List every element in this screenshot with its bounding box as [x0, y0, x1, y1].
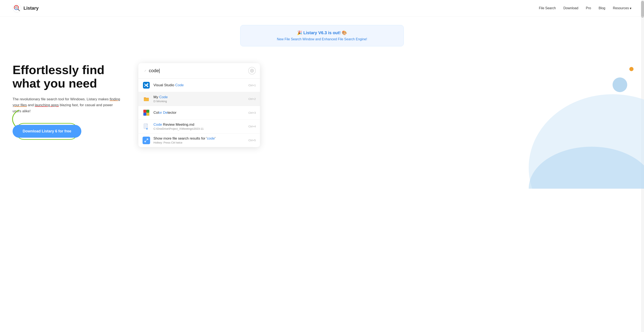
svg-point-8 — [252, 70, 252, 71]
show-more-info: Show more file search results for 'code'… — [154, 136, 248, 144]
show-more-results[interactable]: Show more file search results for 'code'… — [138, 133, 260, 147]
svg-rect-13 — [144, 113, 146, 116]
show-more-title: Show more file search results for 'code' — [154, 136, 248, 141]
expand-icon[interactable]: ⤢ — [144, 69, 146, 72]
colordetector-icon — [142, 109, 150, 117]
announcement-link[interactable]: New File Search Window and Enhanced File… — [277, 37, 367, 41]
svg-rect-11 — [144, 110, 146, 113]
result-codereview-path: C:\OneDrive\Project_X\Meetings\2023-11 — [154, 127, 248, 130]
result-mycode-path: D:\Working — [154, 100, 248, 103]
nav-resources[interactable]: Resources ▾ — [613, 6, 632, 10]
show-more-subtitle: Hotkey: Press Ctrl twice — [154, 141, 248, 144]
hero-section: 🎉 Listary V6.3 is out! 🎨 New File Search… — [0, 17, 644, 189]
result-codereview-info: Code Review Meeting.md C:\OneDrive\Proje… — [154, 123, 248, 130]
vscode-icon — [142, 81, 150, 89]
result-codereview[interactable]: Code Review Meeting.md C:\OneDrive\Proje… — [138, 120, 260, 133]
result-colordetector-info: Color Detector — [154, 111, 248, 115]
hero-title: Effortlessly find what you need — [12, 63, 122, 90]
show-more-icon — [142, 137, 150, 144]
hero-content: Effortlessly find what you need The revo… — [12, 59, 285, 147]
nav-download[interactable]: Download — [563, 6, 578, 10]
text-cursor — [159, 69, 160, 73]
logo-icon — [12, 4, 22, 13]
result-mycode[interactable]: My Code D:\Working Ctrl+2 — [138, 92, 260, 106]
logo[interactable]: Listary — [12, 4, 38, 13]
result-vscode-name: Visual Studio Code — [154, 83, 248, 87]
nav-pro[interactable]: Pro — [586, 6, 591, 10]
folder-icon — [142, 95, 150, 103]
result-colordetector-shortcut: Ctrl+3 — [248, 111, 256, 114]
navbar: Listary File Search Download Pro Blog Re… — [0, 0, 644, 17]
cta-group: Download Listary 6 for free — [12, 125, 81, 138]
nav-file-search[interactable]: File Search — [539, 6, 556, 10]
orange-dot-decoration — [629, 67, 634, 71]
search-panel: ⤢ code — [138, 63, 260, 147]
result-vscode[interactable]: Visual Studio Code Ctrl+1 — [138, 79, 260, 92]
launching-apps-link[interactable]: launching apps — [35, 103, 59, 107]
blue-circle-decoration — [612, 78, 627, 92]
result-vscode-shortcut: Ctrl+1 — [248, 84, 256, 87]
announcement-title: 🎉 Listary V6.3 is out! 🎨 — [249, 30, 395, 35]
file-md-icon — [142, 123, 150, 130]
nav-links: File Search Download Pro Blog Resources … — [539, 6, 632, 10]
result-mycode-info: My Code D:\Working — [154, 95, 248, 103]
result-vscode-info: Visual Studio Code — [154, 83, 248, 87]
search-query-display: code — [149, 68, 246, 74]
logo-text: Listary — [24, 6, 38, 11]
result-codereview-shortcut: Ctrl+4 — [248, 125, 256, 128]
result-colordetector-name: Color Detector — [154, 111, 248, 115]
settings-icon[interactable] — [248, 67, 256, 75]
download-button[interactable]: Download Listary 6 for free — [12, 125, 81, 138]
announcement-subtitle[interactable]: New File Search Window and Enhanced File… — [249, 37, 395, 41]
result-mycode-shortcut: Ctrl+2 — [248, 97, 256, 101]
result-colordetector[interactable]: Color Detector Ctrl+3 — [138, 106, 260, 120]
nav-blog[interactable]: Blog — [598, 6, 605, 10]
show-more-shortcut: Ctrl+5 — [248, 139, 256, 142]
svg-rect-12 — [146, 110, 149, 113]
result-mycode-name: My Code — [154, 95, 248, 99]
hero-left: Effortlessly find what you need The revo… — [12, 59, 122, 138]
svg-point-6 — [529, 147, 644, 189]
result-codereview-name: Code Review Meeting.md — [154, 123, 248, 127]
svg-point-5 — [529, 94, 644, 189]
svg-rect-14 — [146, 113, 149, 116]
chevron-down-icon: ▾ — [630, 6, 632, 10]
announcement-banner: 🎉 Listary V6.3 is out! 🎨 New File Search… — [240, 25, 404, 46]
bg-decoration — [518, 73, 644, 189]
search-input-row: ⤢ code — [138, 63, 260, 79]
